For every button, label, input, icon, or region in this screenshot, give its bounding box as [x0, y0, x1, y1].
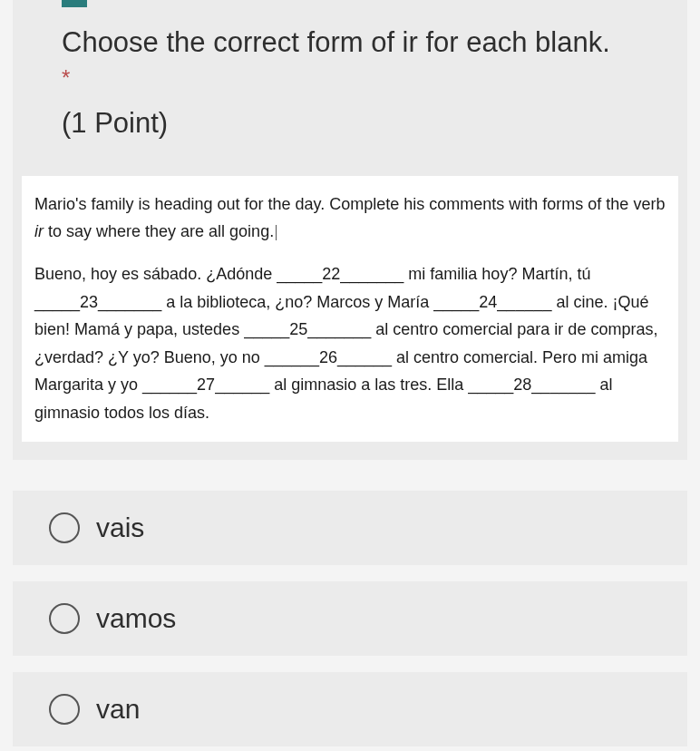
options-wrapper: vais vamos van — [13, 491, 687, 746]
option-label: van — [96, 694, 140, 725]
passage-intro: Mario's family is heading out for the da… — [34, 190, 666, 246]
option-label: vamos — [96, 603, 176, 634]
passage-intro-verb: ir — [34, 222, 44, 240]
passage-body: Bueno, hoy es sábado. ¿Adónde _____22___… — [34, 260, 666, 427]
passage-box: Mario's family is heading out for the da… — [22, 176, 678, 442]
radio-icon — [49, 512, 80, 543]
radio-icon — [49, 694, 80, 725]
required-asterisk: * — [62, 65, 638, 91]
points-label: (1 Point) — [62, 107, 638, 140]
question-number-marker — [62, 0, 87, 7]
option-row-vamos[interactable]: vamos — [13, 581, 687, 656]
question-card: Choose the correct form of ir for each b… — [13, 0, 687, 460]
radio-icon — [49, 603, 80, 634]
text-cursor — [276, 225, 277, 240]
question-header: Choose the correct form of ir for each b… — [13, 7, 687, 151]
passage-intro-pre: Mario's family is heading out for the da… — [34, 195, 665, 213]
option-row-van[interactable]: van — [13, 672, 687, 746]
question-title: Choose the correct form of ir for each b… — [62, 24, 638, 62]
option-label: vais — [96, 512, 144, 543]
passage-intro-post: to say where they are all going. — [44, 222, 274, 240]
option-row-vais[interactable]: vais — [13, 491, 687, 565]
